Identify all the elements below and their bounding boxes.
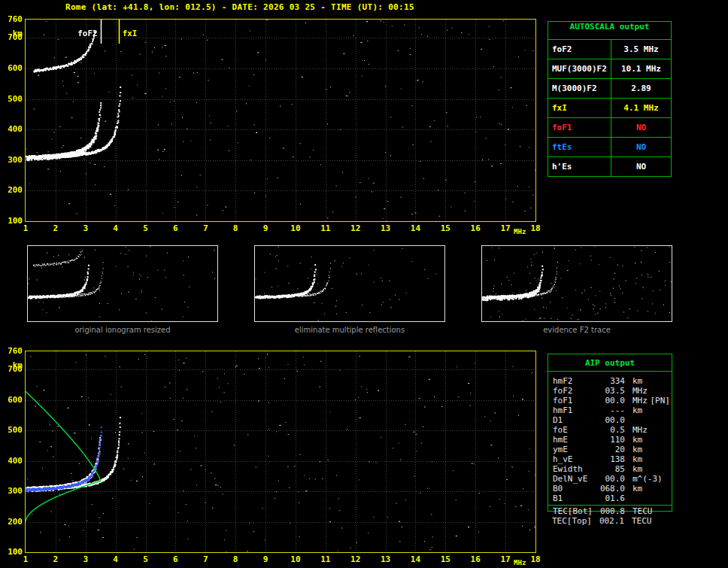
x-axis-unit-label: MHz [514,559,526,566]
aip-param-value: 0.5 [595,425,625,435]
y-axis-unit-label: km [2,29,23,38]
autoscala-row-M(3000)F2: M(3000)F22.89 [548,78,671,98]
aip-param-name: hmE [553,435,595,445]
x-tick-label: 5 [140,555,152,563]
param-value: NO [611,138,671,156]
aip-param-value: --- [595,405,625,415]
param-value: 10.1 MHz [611,59,671,78]
aip-param-unit: TECU [632,506,653,516]
x-tick-label: 14 [409,555,421,563]
autoscala-row-foF2: foF23.5 MHz [548,39,671,59]
y-tick-label: 400 [2,457,23,465]
autoscala-output-rows: foF23.5 MHzMUF(3000)F210.1 MHzM(3000)F22… [548,39,671,176]
aip-param-unit: km [632,454,642,464]
x-tick-label: 18 [529,224,541,232]
thumbnail-3 [481,245,672,322]
autoscala-row-MUF(3000)F2: MUF(3000)F210.1 MHz [548,59,671,78]
aip-param-value: 85 [595,464,625,474]
param-label: MUF(3000)F2 [548,59,611,78]
aip-row-hmF2: hmF2334km [553,376,670,386]
aip-param-unit: km [632,445,642,454]
param-label: M(3000)F2 [548,79,611,98]
aip-row-foF2: foF203.5MHz [553,386,670,396]
aip-param-unit: m^(-3) [632,474,663,484]
x-tick-label: 11 [320,224,332,232]
x-tick-label: 15 [439,224,451,232]
param-label: foF2 [548,40,611,59]
thumbnail-2 [254,245,445,322]
y-tick-label: 500 [2,426,23,434]
aip-param-unit: km [632,435,642,445]
x-tick-label: 12 [350,224,362,232]
aip-param-name: h_vE [553,454,595,464]
aip-param-value: 20 [595,445,625,454]
param-label: foF1 [548,118,611,137]
tec-separator-line [548,505,672,506]
x-tick-label: 10 [290,555,302,563]
aip-param-value: 000.8 [595,506,625,516]
y-tick-label: 600 [2,396,23,404]
aip-param-value: 03.5 [595,386,625,396]
aip-output-panel: AIP output hmF2334kmfoF203.5MHzfoF100.0M… [548,354,672,512]
thumbnail-canvas [482,246,672,321]
aip-param-unit: km [632,464,642,474]
y-tick-label: 760 [2,15,23,23]
autoscala-window: Rome (lat: +41.8, lon: 012.5) - DATE: 20… [0,0,728,568]
thumbnail-caption-3: evidence F2 trace [481,326,672,334]
aip-param-value: 110 [595,435,625,445]
aip-row-hmE: hmE110km [553,435,670,445]
y-tick-label: 200 [2,518,23,526]
x-tick-label: 6 [169,224,181,232]
param-value: 4.1 MHz [611,99,671,117]
x-tick-label: 3 [80,224,92,232]
aip-param-unit: MHz [632,386,648,396]
aip-param-value: 00.0 [595,396,625,405]
y-tick-label: 400 [2,125,23,133]
aip-param-name: D1 [553,415,595,425]
y-tick-label: 300 [2,487,23,495]
aip-param-name: TEC[Bot] [553,506,595,516]
aip-param-name: Ewidth [553,464,595,474]
aip-param-unit: MHz [632,396,648,405]
param-value: NO [611,118,671,137]
x-tick-label: 3 [80,555,92,563]
aip-param-unit: TECU [632,516,652,526]
aip-param-value: 00.0 [595,474,625,484]
param-label: h'Es [548,157,611,176]
y-tick-label: 200 [2,186,23,194]
aip-row-B0: B0068.0km [553,484,670,494]
aip-param-unit: MHz [632,425,648,435]
aip-row-foF1: foF100.0MHz[PN] [553,396,670,405]
x-tick-label: 10 [290,224,302,232]
y-tick-label: 300 [2,156,23,164]
aip-row-Ewidth: Ewidth85km [553,464,670,474]
x-tick-label: 8 [229,555,241,563]
aip-row-B1: B101.6 [553,494,670,503]
aip-row-DelN_vE: DelN_vE00.0m^(-3) [553,474,670,484]
aip-param-value: 068.0 [595,484,625,494]
aip-param-value: 138 [595,454,625,464]
autoscala-row-h'Es: h'EsNO [548,156,671,176]
aip-param-unit: km [632,484,642,494]
aip-param-unit: km [632,376,642,386]
y-tick-label: 760 [2,347,23,355]
annotation-label-foF2: foF2 [71,29,98,38]
y-tick-label: 600 [2,64,23,72]
x-tick-label: 14 [409,224,421,232]
thumbnail-canvas [28,246,217,321]
x-tick-label: 11 [320,555,332,563]
aip-row-hmF1: hmF1---km [553,405,670,415]
x-tick-label: 8 [229,224,241,232]
autoscala-output-title: AUTOSCALA output [548,22,671,39]
aip-param-value: 334 [595,376,625,386]
header-separator-line [548,371,672,372]
x-tick-label: 17 [499,555,511,563]
autoscala-row-fxI: fxI4.1 MHz [548,98,671,117]
aip-param-unit: km [632,405,642,415]
aip-param-value: 01.6 [595,494,625,503]
aip-param-name: B1 [553,494,595,503]
thumbnail-1 [27,245,218,322]
x-tick-label: 13 [380,224,392,232]
bottom-ionogram-plot: 100200300400500600700760km12345678910111… [25,351,536,553]
aip-row-ymE: ymE20km [553,445,670,454]
